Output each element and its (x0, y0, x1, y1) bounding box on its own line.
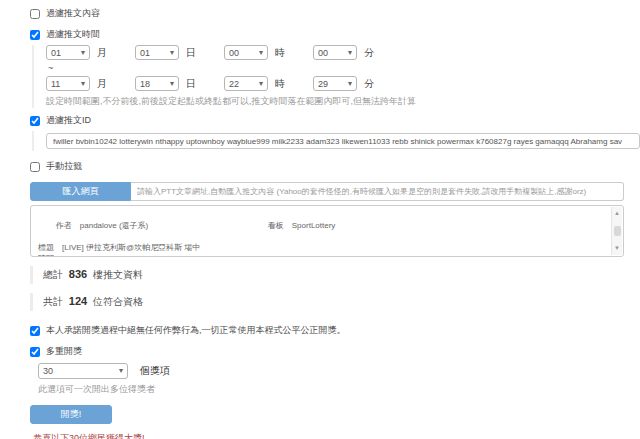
hour-unit-label: 時 (275, 46, 285, 60)
day-unit-label: 日 (186, 77, 196, 91)
author-label: 作者 (56, 221, 72, 230)
minute-unit-label: 分 (364, 46, 374, 60)
id-filter-block (32, 131, 632, 151)
chevron-down-icon: ▾ (170, 49, 174, 57)
manual-draw-checkbox[interactable] (30, 162, 40, 172)
chevron-down-icon: ▾ (259, 49, 263, 57)
prize-count-select[interactable]: 30 ▾ (38, 363, 128, 379)
start-minute-value: 00 (318, 48, 328, 58)
minute-unit-label: 分 (364, 77, 374, 91)
end-hour-value: 22 (229, 79, 239, 89)
time-value: Mon Nov 18 20:30:35 2024 (62, 253, 159, 257)
end-minute-select[interactable]: 29 ▾ (313, 76, 357, 91)
filter-content-row: 過濾推文內容 (30, 7, 632, 20)
qualified-stat: 共計 124 位符合資格 (30, 293, 632, 311)
chevron-down-icon: ▾ (170, 80, 174, 88)
total-prefix: 總計 (43, 269, 63, 280)
board-label: 看板 (268, 221, 284, 230)
prize-count-value: 30 (43, 366, 53, 376)
start-hour-value: 00 (229, 48, 239, 58)
time-range-block: 01 ▾ 月 01 ▾ 日 00 ▾ 時 (32, 45, 632, 108)
results-section: 恭喜以下30位鄉民獲得大獎! kuakitoJonniemabigansumfm… (30, 432, 632, 439)
end-month-value: 11 (51, 79, 60, 89)
author-value: pandalove (還子系) (80, 221, 148, 230)
month-unit-label: 月 (97, 46, 107, 60)
total-value: 836 (69, 268, 87, 280)
chevron-down-icon: ▾ (259, 80, 263, 88)
month-unit-label: 月 (97, 77, 107, 91)
filter-id-label: 過濾推文ID (46, 114, 91, 127)
import-webpage-button[interactable]: 匯入網頁 (30, 182, 131, 201)
prize-unit-label: 個獎項 (140, 364, 170, 378)
time-range-hint: 設定時間範圍,不分前後,前後設定起點或終點都可以,推文時間落在範圍內即可,但無法… (46, 95, 632, 108)
multi-draw-hint: 此選項可一次開出多位得獎者 (38, 383, 632, 396)
chevron-down-icon: ▾ (81, 80, 85, 88)
chevron-down-icon: ▾ (81, 49, 85, 57)
lottery-tool-page: 過濾推文內容 過濾推文時間 01 ▾ 月 01 ▾ 日 (0, 0, 640, 439)
multi-draw-checkbox[interactable] (30, 347, 40, 357)
end-month-select[interactable]: 11 ▾ (46, 76, 90, 91)
textarea-scrollbar[interactable]: ▲ ▼ (611, 207, 622, 255)
start-day-select[interactable]: 01 ▾ (135, 45, 179, 60)
scrollbar-thumb[interactable] (614, 226, 621, 236)
filter-id-row: 過濾推文ID (30, 114, 632, 127)
start-minute-select[interactable]: 00 ▾ (313, 45, 357, 60)
promise-row: 本人承諾開獎過程中絕無任何作弊行為,一切正常使用本程式公平公正開獎。 (30, 324, 632, 337)
title-value: [LIVE] 伊拉克利斯@坎帕尼亞科斯 場中 (62, 242, 200, 253)
hour-unit-label: 時 (275, 77, 285, 91)
article-textarea[interactable]: 作者pandalove (還子系) 看板SportLottery 標題[LIVE… (30, 205, 624, 257)
time-start-row: 01 ▾ 月 01 ▾ 日 00 ▾ 時 (46, 45, 632, 60)
start-day-value: 01 (140, 48, 150, 58)
chevron-down-icon: ▾ (348, 49, 352, 57)
total-comments-stat: 總計 836 樓推文資料 (30, 266, 632, 284)
scroll-down-icon[interactable]: ▼ (614, 243, 620, 254)
draw-button[interactable]: 開獎! (30, 405, 112, 424)
import-group: 匯入網頁 (30, 182, 624, 201)
manual-draw-row: 手動拉籤 (30, 160, 632, 173)
chevron-down-icon: ▾ (348, 80, 352, 88)
filter-time-checkbox[interactable] (30, 30, 40, 40)
article-title-row: 標題[LIVE] 伊拉克利斯@坎帕尼亞科斯 場中 (38, 242, 607, 253)
scroll-up-icon[interactable]: ▲ (614, 208, 620, 219)
start-hour-select[interactable]: 00 ▾ (224, 45, 268, 60)
filter-id-checkbox[interactable] (30, 116, 40, 126)
article-time-row: 時間Mon Nov 18 20:30:35 2024 (38, 253, 607, 257)
time-label: 時間 (38, 253, 54, 257)
results-title: 恭喜以下30位鄉民獲得大獎! (33, 432, 632, 439)
filter-content-checkbox[interactable] (30, 9, 40, 19)
filter-time-label: 過濾推文時間 (46, 28, 100, 41)
promise-checkbox[interactable] (30, 326, 40, 336)
multi-draw-label: 多重開獎 (46, 345, 82, 358)
end-day-select[interactable]: 18 ▾ (135, 76, 179, 91)
time-end-row: 11 ▾ 月 18 ▾ 日 22 ▾ 時 (46, 76, 632, 91)
qualified-prefix: 共計 (43, 296, 63, 307)
id-filter-input[interactable] (46, 133, 640, 149)
qualified-value: 124 (69, 295, 87, 307)
filter-time-row: 過濾推文時間 (30, 28, 632, 41)
end-day-value: 18 (140, 79, 150, 89)
board-value: SportLottery (292, 221, 336, 230)
end-minute-value: 29 (318, 79, 328, 89)
promise-label: 本人承諾開獎過程中絕無任何作弊行為,一切正常使用本程式公平公正開獎。 (46, 324, 346, 337)
prize-count-row: 30 ▾ 個獎項 (38, 363, 632, 379)
range-separator: ~ (48, 63, 632, 73)
qualified-suffix: 位符合資格 (93, 296, 143, 307)
chevron-down-icon: ▾ (119, 367, 123, 375)
title-label: 標題 (38, 242, 54, 253)
total-suffix: 樓推文資料 (93, 269, 143, 280)
multi-draw-row: 多重開獎 (30, 345, 632, 358)
start-month-select[interactable]: 01 ▾ (46, 45, 90, 60)
start-month-value: 01 (51, 48, 61, 58)
end-hour-select[interactable]: 22 ▾ (224, 76, 268, 91)
filter-content-label: 過濾推文內容 (46, 7, 100, 20)
manual-draw-label: 手動拉籤 (46, 160, 82, 173)
ptt-url-input[interactable] (131, 182, 624, 201)
article-author-row: 作者pandalove (還子系) 看板SportLottery (38, 209, 607, 242)
day-unit-label: 日 (186, 46, 196, 60)
